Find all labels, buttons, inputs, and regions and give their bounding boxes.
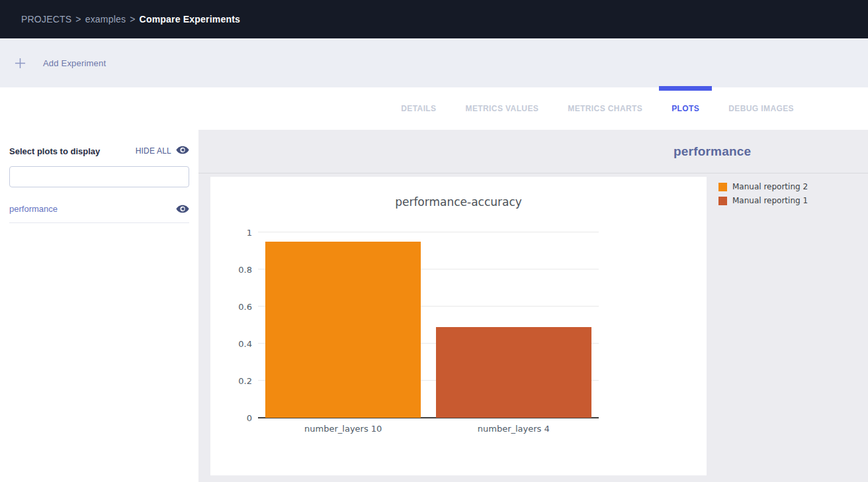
- plots-panel: performance performance-accuracy 00.20.4…: [198, 130, 868, 482]
- hide-all-button[interactable]: HIDE ALL: [136, 146, 189, 156]
- chart-title: performance-accuracy: [210, 195, 707, 209]
- chart-legend: Manual reporting 2Manual reporting 1: [718, 182, 824, 210]
- legend-swatch: [718, 183, 727, 191]
- y-tick-label: 0.2: [238, 377, 252, 385]
- tab-metrics-charts[interactable]: METRICS CHARTS: [555, 87, 655, 130]
- legend-item[interactable]: Manual reporting 1: [718, 196, 824, 205]
- tab-metrics-values[interactable]: METRICS VALUES: [453, 87, 552, 130]
- add-experiment-button[interactable]: Add Experiment: [15, 58, 106, 69]
- tab-plots[interactable]: PLOTS: [659, 87, 712, 130]
- chart-card: performance-accuracy 00.20.40.60.81numbe…: [210, 177, 707, 475]
- toggle-visibility-eye-icon[interactable]: [176, 205, 189, 213]
- y-tick-label: 0.8: [238, 265, 252, 274]
- breadcrumb-item[interactable]: examples: [85, 14, 126, 24]
- toolbar: Add Experiment: [0, 38, 868, 87]
- breadcrumb-separator: >: [130, 14, 135, 24]
- gridline: [258, 232, 599, 232]
- eye-icon: [176, 146, 189, 156]
- sidebar-title: Select plots to display: [9, 146, 100, 156]
- x-tick-label: number_layers 4: [478, 424, 550, 434]
- breadcrumb-item: Compare Experiments: [140, 14, 240, 24]
- top-navigation-bar: PROJECTS>examples>Compare Experiments: [0, 0, 868, 38]
- breadcrumb-separator: >: [75, 14, 81, 24]
- tab-debug-images[interactable]: DEBUG IMAGES: [716, 87, 806, 130]
- plot-area: 00.20.40.60.81number_layers 10number_lay…: [258, 232, 599, 418]
- y-tick-label: 1: [247, 228, 252, 237]
- y-tick-label: 0.6: [238, 303, 252, 311]
- plus-icon: [15, 58, 26, 69]
- x-tick-label: number_layers 10: [304, 424, 382, 434]
- legend-item[interactable]: Manual reporting 2: [718, 182, 824, 191]
- plot-group-title: performance: [673, 144, 751, 159]
- tabs-bar: DETAILSMETRICS VALUESMETRICS CHARTSPLOTS…: [0, 87, 868, 130]
- plot-item-label: performance: [9, 204, 58, 214]
- plot-group-header: performance: [198, 130, 868, 173]
- y-tick-label: 0: [247, 414, 252, 422]
- tab-details[interactable]: DETAILS: [388, 87, 449, 130]
- breadcrumb-item[interactable]: PROJECTS: [21, 14, 71, 24]
- bar-number_layers-4[interactable]: [436, 327, 591, 418]
- bar-number_layers-10[interactable]: [265, 242, 421, 418]
- add-experiment-label: Add Experiment: [43, 58, 106, 68]
- plot-selector-sidebar: Select plots to display HIDE ALL perform…: [0, 130, 198, 482]
- legend-swatch: [718, 197, 727, 205]
- plot-list: performance: [9, 196, 189, 223]
- plot-filter-input[interactable]: [9, 166, 189, 187]
- plot-list-item: performance: [9, 196, 189, 223]
- breadcrumb: PROJECTS>examples>Compare Experiments: [21, 14, 240, 24]
- hide-all-label: HIDE ALL: [136, 146, 171, 156]
- y-tick-label: 0.4: [238, 340, 252, 348]
- legend-label: Manual reporting 2: [732, 182, 808, 191]
- legend-label: Manual reporting 1: [732, 196, 808, 205]
